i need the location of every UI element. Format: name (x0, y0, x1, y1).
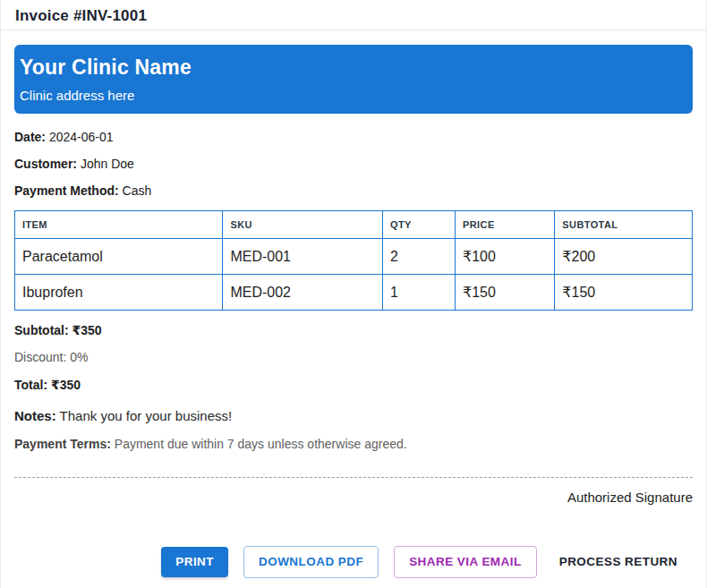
item-cell: Ibuprofen (15, 275, 223, 311)
table-header-row: ITEM SKU QTY PRICE SUBTOTAL (15, 211, 693, 239)
invoice-dialog-title: Invoice #INV-1001 (1, 0, 706, 30)
column-header-qty: QTY (383, 211, 456, 239)
discount-label: Discount: (14, 350, 66, 364)
column-header-price: PRICE (456, 211, 555, 239)
column-header-sku: SKU (223, 211, 383, 239)
clinic-name: Your Clinic Name (20, 54, 687, 81)
qty-cell: 2 (383, 239, 456, 275)
invoice-payment-method-line: Payment Method: Cash (14, 183, 693, 198)
date-value: 2024-06-01 (49, 130, 114, 144)
discount-value: 0% (70, 350, 88, 364)
table-row: Paracetamol MED-001 2 ₹100 ₹200 (15, 239, 693, 275)
clinic-address: Clinic address here (20, 86, 687, 105)
sku-cell: MED-001 (223, 239, 383, 275)
payment-terms-line: Payment Terms: Payment due within 7 days… (14, 437, 693, 453)
table-row: Ibuprofen MED-002 1 ₹150 ₹150 (15, 275, 693, 311)
sku-cell: MED-002 (223, 275, 383, 311)
invoice-items-table: ITEM SKU QTY PRICE SUBTOTAL Paracetamol … (14, 210, 693, 311)
customer-label: Customer: (14, 157, 77, 171)
notes-label: Notes: (14, 408, 56, 423)
process-return-button[interactable]: PROCESS RETURN (552, 547, 685, 577)
authorized-signature-label: Authorized Signature (14, 490, 693, 505)
payment-terms-value: Payment due within 7 days unless otherwi… (115, 437, 407, 451)
invoice-customer-line: Customer: John Doe (14, 157, 693, 171)
subtotal-cell: ₹200 (555, 239, 693, 275)
subtotal-line: Subtotal: ₹350 (14, 323, 693, 337)
notes-value: Thank you for your business! (60, 408, 233, 423)
print-button[interactable]: PRINT (161, 547, 228, 577)
clinic-banner: Your Clinic Name Clinic address here (14, 45, 693, 114)
subtotal-label: Subtotal: (14, 323, 69, 337)
download-pdf-button[interactable]: DOWNLOAD PDF (243, 546, 379, 578)
item-cell: Paracetamol (15, 239, 223, 275)
payment-method-value: Cash (123, 183, 152, 198)
price-cell: ₹100 (456, 239, 555, 275)
payment-method-label: Payment Method: (14, 183, 119, 198)
price-cell: ₹150 (456, 275, 555, 311)
discount-line: Discount: 0% (14, 350, 693, 364)
date-label: Date: (14, 130, 46, 144)
column-header-item: ITEM (15, 211, 223, 239)
payment-terms-label: Payment Terms: (14, 437, 111, 451)
subtotal-cell: ₹150 (555, 275, 693, 311)
dialog-actions-bar: PRINT DOWNLOAD PDF SHARE VIA EMAIL PROCE… (1, 546, 706, 578)
signature-divider (14, 477, 693, 478)
qty-cell: 1 (383, 275, 456, 311)
total-label: Total: (14, 378, 47, 392)
notes-line: Notes: Thank you for your business! (14, 408, 693, 424)
total-value: ₹350 (51, 378, 81, 392)
subtotal-value: ₹350 (72, 323, 102, 337)
invoice-date-line: Date: 2024-06-01 (14, 130, 693, 144)
customer-value: John Doe (81, 157, 134, 171)
total-line: Total: ₹350 (14, 378, 693, 392)
invoice-content: Your Clinic Name Clinic address here Dat… (1, 45, 706, 505)
share-via-email-button[interactable]: SHARE VIA EMAIL (394, 546, 537, 578)
column-header-subtotal: SUBTOTAL (555, 211, 693, 239)
